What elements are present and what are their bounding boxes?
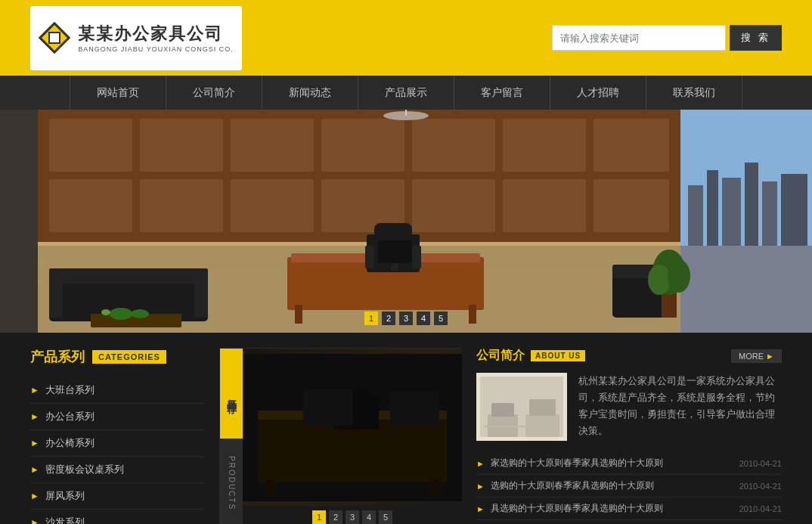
svg-rect-7 xyxy=(745,163,758,246)
sidebar: 产品系列 CATEGORIES ► 大班台系列 ► 办公台系列 ► 办公椅系列 … xyxy=(30,348,204,524)
nav-item-contact[interactable]: 联系我们 xyxy=(646,76,742,110)
logo-en-text: BANGONG JIABU YOUXIAN CONGSI CO. xyxy=(78,45,233,53)
company-more-label: MORE xyxy=(739,352,764,361)
search-input[interactable] xyxy=(552,25,726,51)
arrow-icon: ► xyxy=(30,464,39,475)
news-item-2[interactable]: ► 具选购的十大原则春季家具选购的十大原则 2010-04-21 xyxy=(476,498,782,520)
sidebar-item-2[interactable]: ► 办公椅系列 xyxy=(30,430,204,457)
svg-rect-4 xyxy=(688,185,703,246)
header: 某某办公家具公司 BANGONG JIABU YOUXIAN CONGSI CO… xyxy=(0,0,812,76)
svg-rect-9 xyxy=(781,174,807,246)
svg-rect-24 xyxy=(594,179,669,232)
svg-rect-37 xyxy=(378,240,412,263)
svg-rect-14 xyxy=(321,119,404,172)
main-content: 产品系列 CATEGORIES ► 大班台系列 ► 办公台系列 ► 办公椅系列 … xyxy=(0,333,812,524)
sidebar-item-4[interactable]: ► 屏风系列 xyxy=(30,483,204,510)
svg-rect-34 xyxy=(374,223,412,238)
product-dot-3[interactable]: 3 xyxy=(346,510,359,524)
sidebar-item-label-1: 办公台系列 xyxy=(45,410,95,423)
svg-rect-32 xyxy=(469,305,476,324)
sidebar-item-0[interactable]: ► 大班台系列 xyxy=(30,377,204,404)
company-section: 公司简介 ABOUT US MORE ► 杭州某某办公家具公 xyxy=(476,348,782,524)
svg-point-45 xyxy=(131,309,149,318)
svg-rect-16 xyxy=(503,119,586,172)
news-arrow-icon-0: ► xyxy=(476,459,485,468)
arrow-icon: ► xyxy=(30,385,39,395)
slider-dot-2[interactable]: 2 xyxy=(382,312,395,325)
svg-rect-71 xyxy=(484,426,559,427)
slider-dot-3[interactable]: 3 xyxy=(399,312,413,325)
svg-rect-22 xyxy=(412,179,495,232)
nav-item-about[interactable]: 公司简介 xyxy=(166,76,262,110)
news-item-1[interactable]: ► 选购的十大原则春季家具选购的十大原则 2010-04-21 xyxy=(476,475,782,498)
company-title-badge: ABOUT US xyxy=(531,350,585,361)
svg-rect-12 xyxy=(140,119,223,172)
nav-item-news[interactable]: 新闻动态 xyxy=(262,76,358,110)
sidebar-item-label-4: 屏风系列 xyxy=(45,489,85,503)
svg-rect-23 xyxy=(503,179,586,232)
slider-dots: 1 2 3 4 5 xyxy=(364,312,448,325)
svg-rect-18 xyxy=(49,179,132,232)
svg-rect-17 xyxy=(594,119,669,172)
company-intro: 杭州某某办公家具公司是一家系统办公家具公司，系统是产品齐全，系统是服务全程，节约… xyxy=(476,373,782,441)
sidebar-title: 产品系列 CATEGORIES xyxy=(30,348,204,366)
svg-rect-70 xyxy=(529,399,556,416)
news-title-0: 家选购的十大原则春季家具选购的十大原则 xyxy=(491,457,663,470)
product-dot-5[interactable]: 5 xyxy=(379,510,392,524)
svg-rect-38 xyxy=(392,263,398,271)
slider-dot-4[interactable]: 4 xyxy=(417,312,430,325)
products-image-area: 1 2 3 4 5 xyxy=(243,349,462,524)
svg-rect-41 xyxy=(49,268,63,318)
logo-icon xyxy=(39,22,70,54)
news-date-0: 2010-04-21 xyxy=(739,459,782,468)
svg-rect-64 xyxy=(390,392,439,426)
svg-point-46 xyxy=(101,309,110,315)
hero-banner: 1 2 3 4 5 xyxy=(0,110,812,333)
svg-rect-59 xyxy=(430,479,439,494)
sidebar-item-label-2: 办公椅系列 xyxy=(45,436,95,450)
company-img-svg xyxy=(476,373,567,441)
company-more-button[interactable]: MORE ► xyxy=(731,349,782,363)
sidebar-item-3[interactable]: ► 密度板会议桌系列 xyxy=(30,457,204,483)
products-wrapper: 新品推荐 PRODUCTS xyxy=(219,348,461,524)
news-title-1: 选购的十大原则春季家具选购的十大原则 xyxy=(491,479,654,492)
sidebar-title-cn: 产品系列 xyxy=(30,348,85,366)
product-dot-2[interactable]: 2 xyxy=(329,510,342,524)
svg-rect-68 xyxy=(491,403,514,417)
news-date-1: 2010-04-21 xyxy=(739,482,782,491)
arrow-icon: ► xyxy=(30,491,39,501)
svg-rect-11 xyxy=(49,119,132,172)
hero-image xyxy=(0,110,812,333)
product-dot-1[interactable]: 1 xyxy=(312,510,326,524)
slider-dot-1[interactable]: 1 xyxy=(364,312,378,325)
slider-dot-5[interactable]: 5 xyxy=(434,312,448,325)
company-image xyxy=(476,373,567,441)
nav-item-recruitment[interactable]: 人才招聘 xyxy=(550,76,646,110)
svg-rect-15 xyxy=(412,119,495,172)
products-cn-label[interactable]: 新品推荐 xyxy=(220,349,243,439)
nav-item-guestbook[interactable]: 客户留言 xyxy=(454,76,550,110)
news-item-3[interactable]: ► 家具选购的十大原则春季家具选购的十大原则 2010-04-21 xyxy=(476,520,782,524)
logo-cn-text: 某某办公家具公司 xyxy=(78,23,233,45)
nav-item-home[interactable]: 网站首页 xyxy=(70,76,166,110)
company-section-header: 公司简介 ABOUT US MORE ► xyxy=(476,348,782,364)
sidebar-item-5[interactable]: ► 沙发系列 xyxy=(30,510,204,524)
product-dots: 1 2 3 4 5 xyxy=(243,506,462,524)
news-list: ► 家选购的十大原则春季家具选购的十大原则 2010-04-21 ► 选购的十大… xyxy=(476,452,782,524)
svg-point-44 xyxy=(110,308,132,320)
nav-item-products[interactable]: 产品展示 xyxy=(358,76,454,110)
sidebar-item-label-0: 大班台系列 xyxy=(45,383,95,397)
arrow-icon: ► xyxy=(30,411,39,422)
product-svg xyxy=(243,354,462,501)
search-button[interactable]: 搜 索 xyxy=(730,25,782,51)
product-dot-4[interactable]: 4 xyxy=(362,510,376,524)
news-item-0[interactable]: ► 家选购的十大原则春季家具选购的十大原则 2010-04-21 xyxy=(476,452,782,475)
sidebar-item-1[interactable]: ► 办公台系列 xyxy=(30,404,204,430)
svg-rect-6 xyxy=(722,178,741,246)
product-main-image xyxy=(243,349,462,506)
svg-point-52 xyxy=(668,259,690,293)
svg-rect-63 xyxy=(303,389,352,397)
svg-rect-42 xyxy=(194,268,208,318)
logo-box: 某某办公家具公司 BANGONG JIABU YOUXIAN CONGSI CO… xyxy=(30,6,242,70)
svg-rect-13 xyxy=(231,119,314,172)
